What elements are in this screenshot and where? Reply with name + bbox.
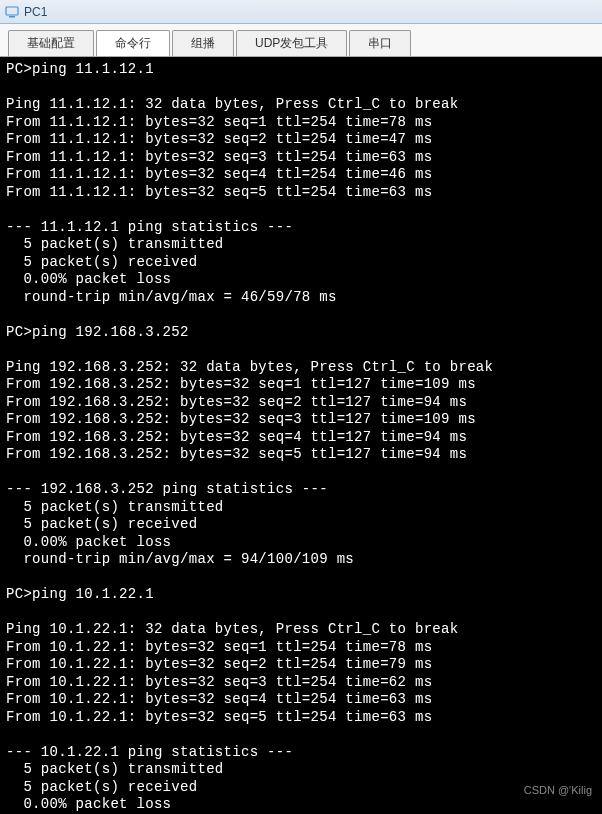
watermark: CSDN @'Kilig: [524, 784, 592, 796]
title-bar: PC1: [0, 0, 602, 24]
svg-rect-0: [6, 7, 18, 15]
pc-icon: [4, 4, 20, 20]
tab-basic-config[interactable]: 基础配置: [8, 30, 94, 56]
window-title: PC1: [24, 5, 47, 19]
tab-udp-tool[interactable]: UDP发包工具: [236, 30, 347, 56]
tab-serial[interactable]: 串口: [349, 30, 411, 56]
svg-rect-1: [9, 16, 15, 18]
tab-multicast[interactable]: 组播: [172, 30, 234, 56]
terminal-output[interactable]: PC>ping 11.1.12.1 Ping 11.1.12.1: 32 dat…: [0, 57, 602, 814]
tab-command-line[interactable]: 命令行: [96, 30, 170, 56]
tabs-bar: 基础配置 命令行 组播 UDP发包工具 串口: [0, 24, 602, 57]
